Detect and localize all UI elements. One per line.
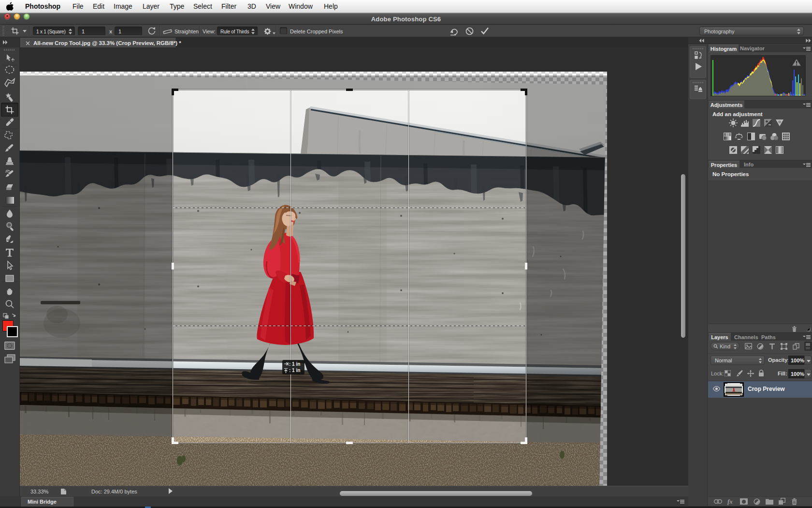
svg-text:: 1 in: : 1 in	[289, 368, 300, 373]
svg-text:: 1 in: : 1 in	[289, 361, 300, 367]
